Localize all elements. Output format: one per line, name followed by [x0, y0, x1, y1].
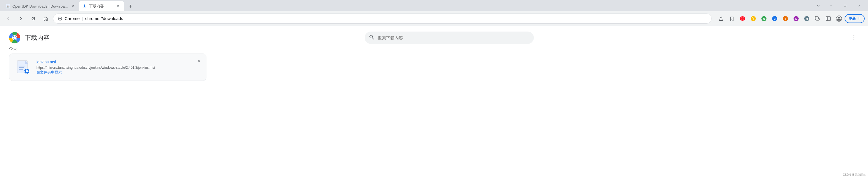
svg-point-26	[13, 36, 16, 39]
svg-point-4	[60, 18, 61, 19]
search-input[interactable]	[378, 35, 529, 40]
minimize-button[interactable]: −	[825, 0, 838, 11]
download-dismiss-button[interactable]: ×	[195, 57, 203, 65]
download-file-icon	[16, 60, 31, 75]
svg-text:G: G	[774, 17, 775, 20]
more-dots-icon: ⋮	[851, 34, 857, 41]
sidebar-toggle-icon[interactable]	[823, 13, 833, 24]
svg-point-5	[740, 16, 745, 21]
update-btn-dots: ⋮	[857, 16, 861, 21]
share-icon-btn[interactable]	[716, 13, 726, 24]
show-in-folder-link[interactable]: 在文件夹中显示	[36, 70, 62, 74]
svg-text:M: M	[806, 18, 808, 20]
tab-openjdk[interactable]: ☕ OpenJDK Downloads | Downloa... ×	[2, 1, 79, 11]
address-input-wrapper[interactable]: Chrome | chrome://downloads	[53, 13, 712, 24]
tab-favicon-downloads	[82, 4, 87, 8]
svg-point-22	[838, 17, 840, 19]
svg-rect-37	[24, 71, 25, 72]
opera-extension-icon[interactable]	[738, 13, 748, 24]
address-url[interactable]: chrome://downloads	[85, 16, 707, 21]
tab-downloads[interactable]: 下载内容 ×	[79, 1, 124, 11]
refresh-button[interactable]	[28, 13, 38, 24]
svg-rect-2	[83, 8, 86, 8]
svg-text:N: N	[763, 17, 765, 20]
downloads-top-row: 下载内容 ⋮	[0, 26, 868, 46]
window-controls: − □ ×	[813, 0, 866, 11]
download-filename-jenkins[interactable]: jenkins.msi	[36, 60, 56, 64]
tab-dropdown-button[interactable]	[813, 1, 824, 11]
download-info-jenkins: jenkins.msi https://mirrors.tuna.tsinghu…	[36, 60, 199, 75]
svg-text:T: T	[784, 17, 786, 20]
download-url-jenkins: https://mirrors.tuna.tsinghua.edu.cn/jen…	[36, 66, 199, 70]
svg-text:☕: ☕	[6, 4, 10, 8]
extension-2-icon[interactable]: N	[759, 13, 769, 24]
svg-rect-32	[19, 69, 23, 70]
page-title: 下载内容	[25, 34, 50, 42]
address-separator: |	[82, 16, 83, 21]
update-btn-label: 更新	[848, 16, 856, 21]
tab-close-downloads[interactable]: ×	[115, 3, 121, 9]
extension-1-icon[interactable]: V	[748, 13, 758, 24]
download-item-jenkins: jenkins.msi https://mirrors.tuna.tsinghu…	[9, 54, 207, 81]
profile-avatar-icon[interactable]	[834, 13, 844, 24]
svg-point-34	[26, 70, 28, 72]
svg-rect-35	[27, 68, 27, 70]
downloads-page: 下载内容 ⋮ 今天	[0, 26, 868, 178]
svg-text:E: E	[795, 17, 797, 20]
toolbar-right: V N G T E M 更新 ⋮	[716, 13, 865, 24]
tabs-area: ☕ OpenJDK Downloads | Downloa... × 下载内容 …	[2, 0, 813, 11]
search-icon	[369, 35, 374, 41]
close-button[interactable]: ×	[853, 0, 866, 11]
new-tab-button[interactable]: +	[125, 1, 135, 11]
tab-title-downloads: 下载内容	[89, 4, 113, 9]
maximize-button[interactable]: □	[839, 0, 851, 11]
svg-rect-30	[19, 66, 25, 67]
downloads-title-area: 下载内容	[9, 32, 50, 43]
back-button[interactable]	[3, 13, 13, 24]
section-today-label: 今天	[0, 46, 868, 51]
extension-6-icon[interactable]: M	[802, 13, 812, 24]
extensions-puzzle-icon[interactable]	[812, 13, 823, 24]
bookmark-icon-btn[interactable]	[727, 13, 737, 24]
extension-4-icon[interactable]: T	[780, 13, 790, 24]
watermark: CSDN @吴鸟厚丰	[843, 173, 866, 177]
svg-text:V: V	[752, 17, 754, 20]
extension-5-icon[interactable]: E	[791, 13, 801, 24]
svg-rect-38	[29, 71, 30, 72]
extension-3-icon[interactable]: G	[770, 13, 780, 24]
search-container[interactable]	[365, 32, 534, 44]
svg-line-28	[372, 38, 374, 39]
update-button[interactable]: 更新 ⋮	[845, 14, 865, 23]
more-options-button[interactable]: ⋮	[849, 33, 859, 43]
svg-rect-19	[826, 16, 831, 21]
address-bar: Chrome | chrome://downloads V N G T	[0, 11, 868, 26]
home-button[interactable]	[41, 13, 51, 24]
tab-title-openjdk: OpenJDK Downloads | Downloa...	[12, 4, 68, 8]
tab-close-openjdk[interactable]: ×	[70, 3, 75, 9]
search-bar-wrapper	[365, 32, 534, 44]
chrome-logo	[9, 32, 20, 43]
secure-icon	[58, 16, 62, 21]
tab-favicon-openjdk: ☕	[6, 4, 10, 8]
title-bar: ☕ OpenJDK Downloads | Downloa... × 下载内容 …	[0, 0, 868, 11]
svg-rect-36	[27, 73, 27, 74]
address-chrome-label: Chrome	[65, 16, 80, 21]
svg-rect-31	[19, 67, 24, 68]
forward-button[interactable]	[16, 13, 26, 24]
